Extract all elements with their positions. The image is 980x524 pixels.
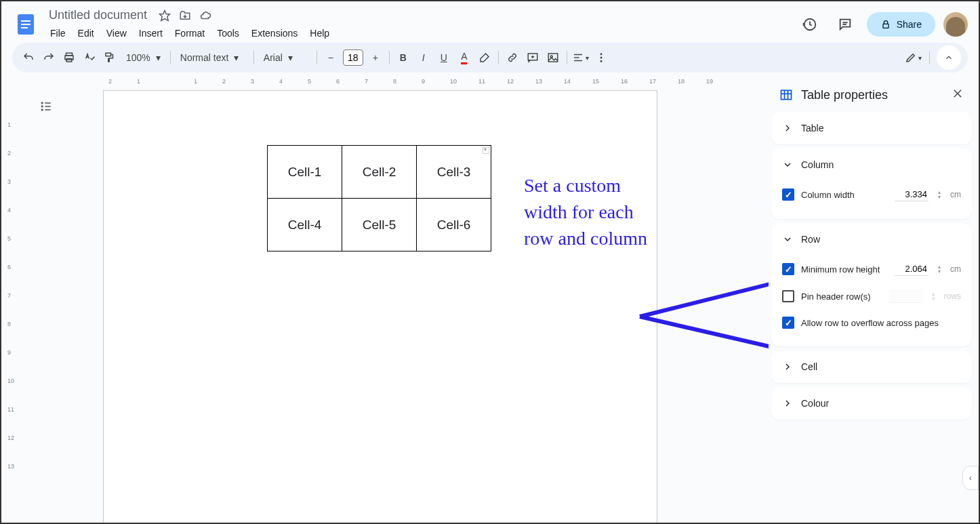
spellcheck-button[interactable]: [80, 48, 99, 67]
menu-view[interactable]: View: [101, 25, 132, 41]
bold-button[interactable]: B: [394, 48, 413, 67]
document-table[interactable]: Cell-1 Cell-2 Cell-3 Cell-4 Cell-5 Cell-…: [267, 145, 491, 251]
overflow-label: Allow row to overflow across pages: [801, 318, 961, 328]
cloud-status-icon[interactable]: [199, 9, 212, 22]
print-button[interactable]: [60, 48, 79, 67]
chevron-down-icon: ▾: [234, 52, 239, 63]
menu-insert[interactable]: Insert: [134, 25, 168, 41]
undo-button[interactable]: [19, 48, 38, 67]
svg-rect-3: [21, 27, 28, 28]
min-row-height-label: Minimum row height: [801, 264, 888, 275]
table-row[interactable]: Cell-4 Cell-5 Cell-6: [268, 199, 491, 251]
app-header: Untitled document File Edit View Insert …: [1, 1, 979, 41]
font-size-decrease[interactable]: −: [321, 48, 340, 67]
move-icon[interactable]: [178, 9, 192, 22]
table-cell[interactable]: Cell-2: [342, 146, 417, 199]
paragraph-style-select[interactable]: Normal text▾: [175, 49, 249, 66]
menu-tools[interactable]: Tools: [211, 25, 245, 41]
chevron-right-icon: [782, 398, 793, 409]
document-page[interactable]: Cell-1 Cell-2 Cell-3 Cell-4 Cell-5 Cell-…: [103, 90, 657, 523]
stepper-icon[interactable]: ▴▾: [932, 291, 935, 301]
underline-button[interactable]: U: [434, 48, 453, 67]
more-button[interactable]: [592, 48, 611, 67]
menu-edit[interactable]: Edit: [73, 25, 100, 41]
insert-link-button[interactable]: [503, 48, 522, 67]
unit-label: cm: [950, 264, 961, 274]
table-handle-icon[interactable]: [483, 147, 489, 154]
min-row-height-checkbox[interactable]: [782, 263, 794, 275]
column-width-checkbox[interactable]: [782, 188, 794, 201]
section-colour[interactable]: Colour: [771, 387, 972, 420]
unit-label: rows: [944, 291, 961, 301]
sidebar-title: Table properties: [801, 88, 943, 102]
comments-icon[interactable]: [832, 11, 859, 38]
annotation-text: Set a custom width for each row and colu…: [524, 172, 647, 252]
menu-help[interactable]: Help: [304, 25, 335, 41]
menu-format[interactable]: Format: [169, 25, 210, 41]
menu-file[interactable]: File: [45, 25, 71, 41]
section-cell[interactable]: Cell: [771, 350, 972, 383]
highlight-button[interactable]: [475, 48, 494, 67]
paint-format-button[interactable]: [100, 48, 119, 67]
chevron-right-icon: [782, 361, 793, 372]
svg-rect-15: [548, 54, 558, 62]
table-cell[interactable]: Cell-3: [417, 146, 491, 199]
user-avatar[interactable]: [943, 12, 968, 37]
svg-point-21: [600, 57, 602, 59]
table-row[interactable]: Cell-1 Cell-2 Cell-3: [268, 146, 491, 199]
table-cell[interactable]: Cell-6: [417, 199, 491, 251]
svg-point-22: [600, 60, 602, 62]
unit-label: cm: [950, 190, 961, 199]
font-size-increase[interactable]: +: [366, 48, 385, 67]
insert-comment-button[interactable]: [523, 48, 542, 67]
redo-button[interactable]: [39, 48, 58, 67]
min-row-height-input[interactable]: [895, 262, 928, 276]
document-title[interactable]: Untitled document: [45, 7, 151, 24]
star-icon[interactable]: [158, 9, 171, 22]
outline-toggle-button[interactable]: [37, 97, 56, 116]
column-width-input[interactable]: [895, 188, 928, 201]
font-size-input[interactable]: [343, 49, 363, 66]
pin-header-label: Pin header row(s): [801, 291, 882, 302]
table-icon: [779, 88, 793, 102]
close-icon[interactable]: [952, 87, 964, 102]
svg-line-30: [640, 273, 769, 317]
menu-extensions[interactable]: Extensions: [246, 25, 303, 41]
svg-point-20: [600, 53, 602, 55]
table-cell[interactable]: Cell-4: [268, 199, 342, 251]
pin-header-checkbox[interactable]: [782, 290, 794, 302]
section-column[interactable]: Column: [771, 148, 972, 181]
docs-logo[interactable]: [12, 11, 39, 38]
vertical-ruler[interactable]: 12345678910111213: [5, 86, 16, 523]
svg-point-25: [41, 109, 43, 110]
chevron-down-icon: [782, 159, 793, 170]
chevron-down-icon: ▾: [288, 52, 293, 63]
side-panel-expand-button[interactable]: ‹: [962, 466, 979, 490]
table-cell[interactable]: Cell-5: [342, 199, 417, 251]
column-width-label: Column width: [801, 190, 888, 200]
horizontal-ruler[interactable]: 2112345678910111213141516171819: [27, 75, 763, 86]
table-cell[interactable]: Cell-1: [268, 146, 342, 199]
editing-mode-button[interactable]: ▾: [903, 48, 922, 67]
stepper-icon[interactable]: ▴▾: [938, 190, 941, 199]
svg-rect-7: [883, 24, 889, 28]
history-icon[interactable]: [796, 11, 823, 38]
insert-image-button[interactable]: [544, 48, 563, 67]
pin-header-input[interactable]: [889, 289, 922, 303]
text-color-button[interactable]: A: [455, 48, 474, 67]
align-button[interactable]: ▾: [571, 48, 590, 67]
zoom-select[interactable]: 100%▾: [121, 49, 166, 66]
share-button[interactable]: Share: [867, 12, 935, 37]
font-select[interactable]: Arial▾: [258, 49, 312, 66]
section-table[interactable]: Table: [771, 112, 972, 144]
svg-line-31: [640, 317, 769, 357]
collapse-toolbar-button[interactable]: [937, 45, 961, 70]
toolbar: 100%▾ Normal text▾ Arial▾ − + B I U A ▾: [12, 43, 968, 73]
svg-point-24: [41, 106, 43, 107]
svg-point-23: [41, 102, 43, 104]
overflow-checkbox[interactable]: [782, 317, 794, 329]
svg-rect-32: [781, 90, 792, 99]
section-row[interactable]: Row: [771, 223, 972, 256]
stepper-icon[interactable]: ▴▾: [938, 264, 941, 274]
italic-button[interactable]: I: [414, 48, 433, 67]
